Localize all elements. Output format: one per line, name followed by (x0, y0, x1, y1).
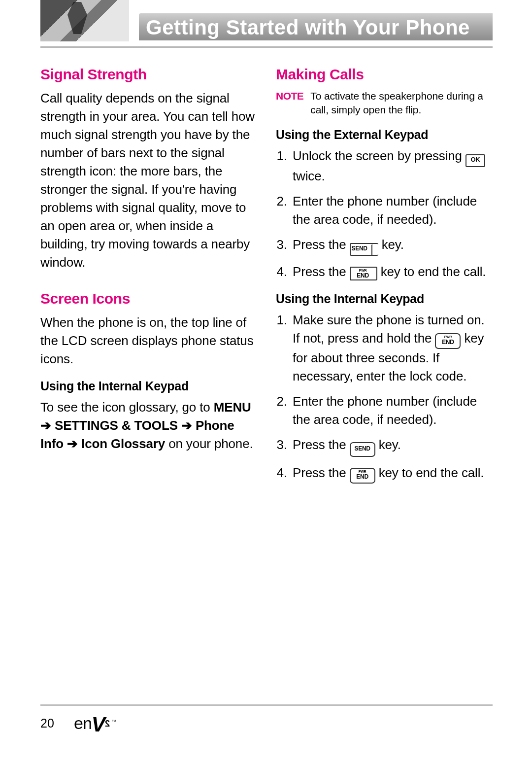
ext-step-3a: Press the (293, 237, 350, 252)
screen-icons-body: When the phone is on, the top line of th… (40, 313, 256, 368)
subheading-internal-keypad-right: Using the Internal Keypad (276, 290, 492, 308)
logo-en: en (74, 714, 92, 733)
glossary-intro: To see the icon glossary, go to (40, 400, 214, 415)
menu-path-iconglossary: Icon Glossary (81, 436, 165, 451)
subheading-external-keypad: Using the External Keypad (276, 126, 492, 144)
page-number: 20 (40, 716, 54, 730)
int-step-3b: key. (379, 437, 401, 452)
internal-keypad-steps: Make sure the phone is turned on. If not… (276, 311, 492, 484)
int-step-1: Make sure the phone is turned on. If not… (291, 311, 492, 385)
int-step-2: Enter the phone number (include the area… (291, 392, 492, 429)
end-label: END (436, 339, 460, 345)
env2-logo: enV2™ (74, 714, 116, 733)
pwr-end-key-icon: PWR END (435, 333, 461, 349)
ok-key-icon: OK (466, 154, 485, 167)
arrow-icon: ➔ (40, 418, 51, 433)
int-step-3a: Press the (293, 437, 350, 452)
glossary-tail: on your phone. (168, 436, 253, 451)
ext-step-2: Enter the phone number (include the area… (291, 192, 492, 229)
icon-glossary-path: To see the icon glossary, go to MENU ➔ S… (40, 398, 256, 453)
page-header: Getting Started with Your Phone (40, 0, 493, 44)
right-column: Making Calls NOTE To activate the speake… (276, 65, 492, 490)
ext-step-3b: key. (382, 237, 404, 252)
left-column: Signal Strength Call quality depends on … (40, 65, 256, 490)
note-tag: NOTE (276, 89, 303, 117)
pwr-end-key-icon: PWR END (350, 267, 377, 280)
arrow-icon: ➔ (181, 418, 192, 433)
menu-path-menu: MENU (214, 400, 251, 415)
send-key-icon: SEND (350, 442, 375, 457)
end-label: END (351, 474, 374, 480)
logo-v: V (92, 716, 105, 733)
heading-screen-icons: Screen Icons (40, 289, 256, 308)
ext-step-4b: key to end the call. (381, 264, 486, 279)
heading-signal-strength: Signal Strength (40, 65, 256, 83)
note-body: To activate the speakerphone during a ca… (310, 89, 492, 117)
int-step-4b: key to end the call. (379, 465, 484, 480)
send-key-icon: SEND (350, 243, 378, 256)
content-columns: Signal Strength Call quality depends on … (40, 44, 493, 490)
int-step-4a: Press the (293, 465, 350, 480)
logo-tm: ™ (112, 719, 116, 724)
signal-strength-body: Call quality depends on the signal stren… (40, 89, 256, 272)
int-step-4: Press the PWR END key to end the call. (291, 464, 492, 484)
ext-step-3: Press the SEND key. (291, 236, 492, 256)
ext-step-1b: twice. (293, 169, 325, 183)
arrow-icon: ➔ (67, 436, 78, 451)
heading-making-calls: Making Calls (276, 65, 492, 83)
chapter-title: Getting Started with Your Phone (139, 13, 493, 40)
int-step-3: Press the SEND key. (291, 436, 492, 457)
ext-step-4: Press the PWR END key to end the call. (291, 263, 492, 281)
manual-page: Getting Started with Your Phone Signal S… (0, 0, 532, 765)
end-label: END (350, 273, 376, 278)
logo-two: 2 (105, 719, 110, 729)
subheading-internal-keypad-left: Using the Internal Keypad (40, 377, 256, 395)
header-photo (40, 0, 129, 41)
footer-rule (40, 704, 493, 706)
ext-step-4a: Press the (293, 264, 350, 279)
external-keypad-steps: Unlock the screen by pressing OK twice. … (276, 147, 492, 281)
header-rule (40, 46, 493, 48)
menu-path-settings: SETTINGS & TOOLS (55, 418, 178, 433)
ext-step-1a: Unlock the screen by pressing (293, 148, 466, 163)
note-row: NOTE To activate the speakerphone during… (276, 89, 492, 117)
pwr-end-key-icon: PWR END (350, 468, 375, 484)
ext-step-1: Unlock the screen by pressing OK twice. (291, 147, 492, 185)
